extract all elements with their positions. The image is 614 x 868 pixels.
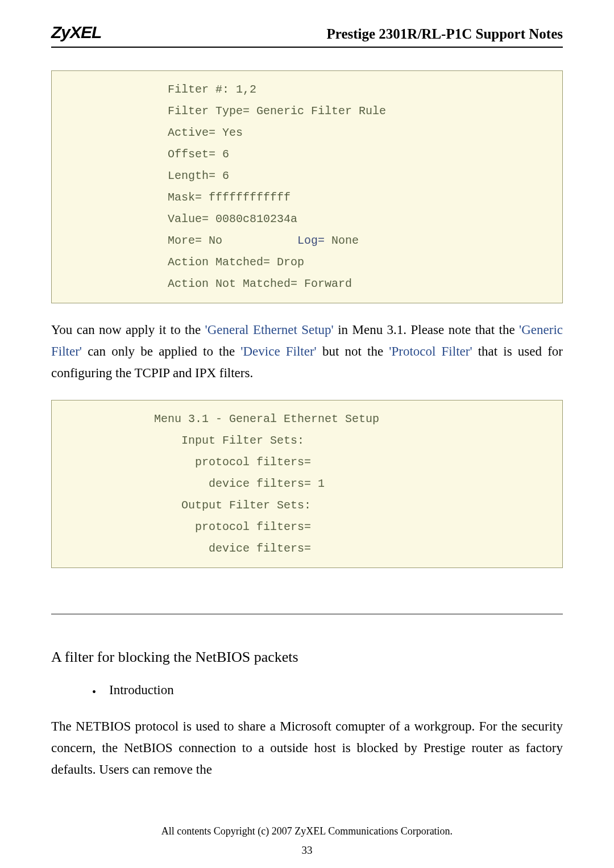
code-line: Active= Yes — [168, 126, 243, 139]
page-header: ZyXEL Prestige 2301R/RL-P1C Support Note… — [51, 0, 563, 48]
paragraph-netbios-intro: The NETBIOS protocol is used to share a … — [51, 716, 563, 781]
logo: ZyXEL — [51, 23, 101, 42]
code-line: More= No — [168, 234, 297, 247]
code-line: Action Matched= Drop — [168, 256, 304, 269]
section-divider — [51, 614, 563, 615]
footer-copyright: All contents Copyright (c) 2007 ZyXEL Co… — [0, 825, 614, 837]
paragraph-apply-filter: You can now apply it to the 'General Eth… — [51, 319, 563, 384]
term-device-filter: 'Device Filter' — [240, 344, 316, 358]
code-line: Offset= 6 — [168, 148, 229, 161]
code-line: Input Filter Sets: — [52, 434, 304, 447]
code-line: Filter #: 1,2 — [168, 83, 256, 96]
code-line: device filters= — [52, 542, 311, 555]
code-block-menu-31: Menu 3.1 - General Ethernet Setup Input … — [51, 400, 563, 568]
bullet-introduction: •Introduction — [51, 683, 563, 699]
bullet-label: Introduction — [109, 683, 174, 697]
code-line-log: Log= — [297, 234, 331, 247]
term-protocol-filter: 'Protocol Filter' — [389, 344, 472, 358]
code-line: protocol filters= — [52, 520, 311, 533]
code-line: Filter Type= Generic Filter Rule — [168, 105, 386, 118]
section-heading-netbios: A filter for blocking the NetBIOS packet… — [51, 649, 563, 666]
bullet-icon: • — [92, 686, 109, 699]
code-line: Length= 6 — [168, 169, 229, 182]
code-line: None — [331, 234, 359, 247]
page-content: Filter #: 1,2 Filter Type= Generic Filte… — [0, 48, 614, 780]
term-general-ethernet-setup: 'General Ethernet Setup' — [205, 323, 334, 337]
code-line: Value= 0080c810234a — [168, 212, 297, 226]
document-title: Prestige 2301R/RL-P1C Support Notes — [327, 26, 563, 42]
code-line: Mask= ffffffffffff — [168, 191, 291, 204]
code-line: Menu 3.1 - General Ethernet Setup — [52, 412, 379, 425]
code-line: Action Not Matched= Forward — [168, 277, 352, 290]
code-line: device filters= 1 — [52, 477, 325, 490]
code-line: protocol filters= — [52, 456, 311, 469]
page-number: 33 — [0, 844, 614, 857]
code-line: Output Filter Sets: — [52, 499, 311, 512]
code-block-filter-rule: Filter #: 1,2 Filter Type= Generic Filte… — [51, 70, 563, 303]
